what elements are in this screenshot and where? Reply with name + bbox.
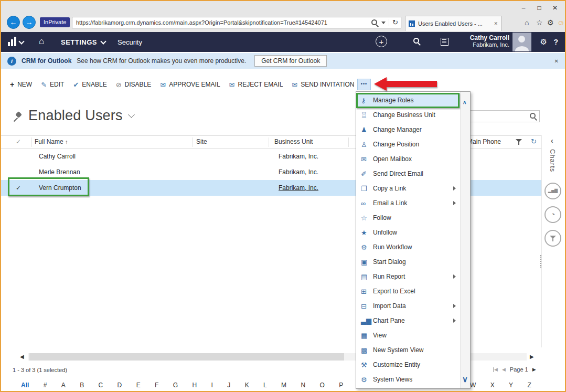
send-invitation-button[interactable]: ✉SEND INVITATION xyxy=(292,81,354,89)
quick-create-icon[interactable]: + xyxy=(376,36,387,47)
user-avatar[interactable] xyxy=(512,33,531,51)
column-site[interactable]: Site xyxy=(196,138,207,145)
dynamics-logo-icon[interactable] xyxy=(8,37,24,46)
menu-item-open-mailbox[interactable]: ✉Open Mailbox xyxy=(356,152,461,166)
browser-home-icon[interactable]: ⌂ xyxy=(525,18,529,27)
alphabet-filter[interactable]: Y xyxy=(509,382,513,389)
alphabet-filter[interactable]: J xyxy=(227,382,230,389)
expand-charts-chevron-icon[interactable]: ‹ xyxy=(551,136,553,145)
cell-business-unit[interactable]: Fabrikam, Inc. xyxy=(279,168,318,176)
menu-scrollbar[interactable]: ∧ ∨ xyxy=(460,92,470,388)
alphabet-filter[interactable]: # xyxy=(44,382,47,389)
pie-chart-icon[interactable]: ◔ xyxy=(544,206,561,223)
alphabet-filter[interactable]: X xyxy=(490,382,495,389)
browser-settings-gear-icon[interactable]: ⚙ xyxy=(547,18,554,27)
menu-item-change-business-unit[interactable]: ♖Change Business Unit xyxy=(356,108,461,122)
view-selector-caret-icon[interactable] xyxy=(128,111,135,118)
alphabet-filter[interactable]: L xyxy=(263,382,267,389)
feedback-smiley-icon[interactable]: ☺ xyxy=(557,18,564,27)
menu-item-send-direct-email[interactable]: ✐Send Direct Email xyxy=(356,166,461,181)
settings-gear-icon[interactable]: ⚙ xyxy=(540,37,547,47)
help-icon[interactable]: ? xyxy=(553,38,558,46)
select-all-checkbox[interactable]: ✓ xyxy=(16,138,21,145)
browser-tab[interactable]: Users Enabled Users - ... ✕ xyxy=(405,16,501,31)
cell-business-unit[interactable]: Fabrikam, Inc. xyxy=(279,153,318,160)
favorites-star-icon[interactable]: ☆ xyxy=(536,18,543,27)
menu-item-change-manager[interactable]: ♟Change Manager xyxy=(356,122,461,137)
filter-funnel-icon[interactable] xyxy=(516,139,522,145)
alphabet-filter[interactable]: N xyxy=(301,382,305,389)
reject-email-button[interactable]: ✉REJECT EMAIL xyxy=(229,81,283,89)
first-page-icon[interactable]: ◀ xyxy=(493,367,498,372)
grid-refresh-icon[interactable]: ↻ xyxy=(531,137,537,145)
alphabet-filter[interactable]: W xyxy=(470,382,476,389)
approve-email-button[interactable]: ✉APPROVE EMAIL xyxy=(160,81,220,89)
maximize-button[interactable]: □ xyxy=(531,2,547,14)
alphabet-filter[interactable]: B xyxy=(80,382,84,389)
search-icon[interactable] xyxy=(371,19,378,26)
crm-home-icon[interactable]: ⌂ xyxy=(39,36,44,47)
menu-item-view[interactable]: ▦View xyxy=(356,328,461,343)
alphabet-filter[interactable]: M xyxy=(281,382,286,389)
column-main-phone[interactable]: Main Phone xyxy=(467,138,501,145)
alphabet-filter[interactable]: G xyxy=(173,382,178,389)
scroll-left-icon[interactable]: ◀ xyxy=(20,354,24,359)
pane-splitter-grip[interactable] xyxy=(540,255,541,268)
browser-forward-button[interactable]: → xyxy=(23,16,36,29)
column-full-name[interactable]: Full Name ↑ xyxy=(35,138,68,145)
chevron-down-icon[interactable] xyxy=(381,22,386,24)
disable-button[interactable]: ⊘DISABLE xyxy=(116,81,152,89)
nav-area-security[interactable]: Security xyxy=(118,38,142,46)
menu-item-run-workflow[interactable]: ⚙Run Workflow xyxy=(356,240,461,255)
user-info[interactable]: Cathy Carroll Fabrikam, Inc. xyxy=(470,34,509,48)
global-search-icon[interactable] xyxy=(413,38,420,45)
menu-item-run-report[interactable]: ▤Run Report xyxy=(356,269,461,284)
menu-item-chart-pane[interactable]: ▃▆Chart Pane xyxy=(356,313,461,328)
funnel-chart-icon[interactable] xyxy=(544,230,561,247)
menu-item-start-dialog[interactable]: ▣Start Dialog xyxy=(356,255,461,269)
scroll-down-icon[interactable]: ∨ xyxy=(462,375,468,384)
alphabet-filter-all[interactable]: All xyxy=(21,382,29,389)
tab-close-icon[interactable]: ✕ xyxy=(494,21,498,26)
menu-item-system-views[interactable]: ⚙System Views xyxy=(356,372,461,387)
alphabet-filter[interactable]: D xyxy=(118,382,122,389)
new-button[interactable]: +NEW xyxy=(10,80,32,89)
notification-close-icon[interactable]: ✕ xyxy=(554,58,559,64)
alphabet-filter[interactable]: K xyxy=(245,382,249,389)
menu-item-change-position[interactable]: ♙Change Position xyxy=(356,137,461,152)
search-icon[interactable] xyxy=(530,113,537,120)
cell-full-name[interactable]: Cathy Carroll xyxy=(39,153,76,160)
get-crm-outlook-button[interactable]: Get CRM for Outlook xyxy=(254,55,327,67)
scrollbar-thumb[interactable] xyxy=(29,353,344,361)
alphabet-filter[interactable]: E xyxy=(136,382,141,389)
more-commands-button[interactable]: ••• xyxy=(357,79,371,90)
menu-item-customize-entity[interactable]: ⚒Customize Entity xyxy=(356,357,461,372)
previous-page-icon[interactable]: ◀ xyxy=(502,367,506,372)
alphabet-filter[interactable]: I xyxy=(211,382,213,389)
close-button[interactable]: ✕ xyxy=(547,2,563,14)
alphabet-filter[interactable]: A xyxy=(61,382,66,389)
browser-back-button[interactable]: ← xyxy=(7,16,20,29)
menu-item-export-to-excel[interactable]: ⊞Export to Excel xyxy=(356,284,461,299)
cell-business-unit-link[interactable]: Fabrikam, Inc. xyxy=(279,184,318,192)
menu-item-copy-a-link[interactable]: ❐Copy a Link xyxy=(356,181,461,196)
bar-chart-icon[interactable]: ▂▅▇ xyxy=(544,183,561,199)
address-bar[interactable]: https://fabrikamorg.crm.dynamics.com/mai… xyxy=(72,17,401,28)
next-page-icon[interactable]: ▶ xyxy=(532,367,536,372)
edit-button[interactable]: ✎EDIT xyxy=(41,81,64,89)
column-business-unit[interactable]: Business Unit xyxy=(274,138,313,145)
recently-viewed-icon[interactable] xyxy=(441,38,448,46)
charts-pane-tab[interactable]: Charts xyxy=(549,149,557,172)
alphabet-filter[interactable]: O xyxy=(320,382,325,389)
scroll-right-icon[interactable]: ▶ xyxy=(530,354,534,359)
alphabet-filter[interactable]: P xyxy=(339,382,343,389)
menu-item-email-a-link[interactable]: ∞Email a Link xyxy=(356,196,461,210)
scroll-up-icon[interactable]: ∧ xyxy=(463,99,466,105)
menu-item-import-data[interactable]: ⊟Import Data xyxy=(356,299,461,313)
minimize-button[interactable]: – xyxy=(516,2,531,14)
menu-item-follow[interactable]: ☆Follow xyxy=(356,210,461,225)
cell-full-name[interactable]: Merle Brennan xyxy=(39,168,80,176)
menu-item-new-system-view[interactable]: ▩New System View xyxy=(356,343,461,357)
nav-settings-menu[interactable]: SETTINGS xyxy=(61,38,105,46)
alphabet-filter[interactable]: H xyxy=(192,382,197,389)
